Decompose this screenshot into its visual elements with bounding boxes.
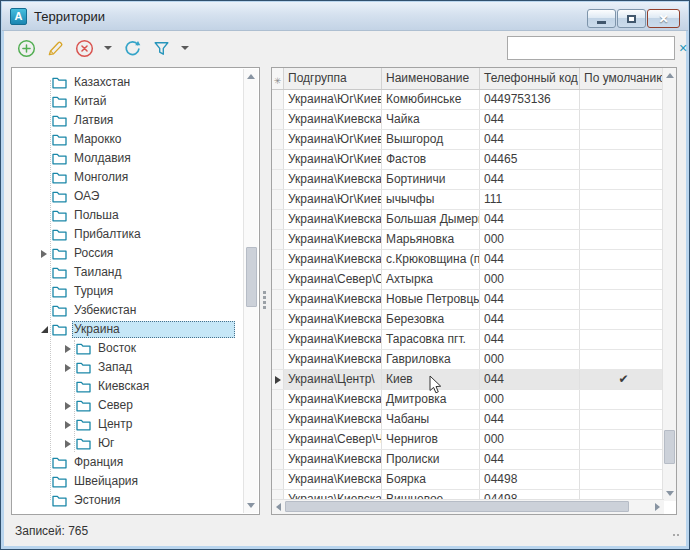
cell-subgroup[interactable]: Украина\Юг\Киев xyxy=(284,130,382,149)
scroll-up-icon[interactable] xyxy=(247,74,255,79)
tree-item-Марокко[interactable]: Марокко xyxy=(12,130,242,149)
cell-default[interactable] xyxy=(580,130,664,149)
cell-subgroup[interactable]: Украина\Киевская xyxy=(284,170,382,189)
cell-phone-code[interactable]: 04465 xyxy=(480,150,580,169)
cell-default[interactable] xyxy=(580,250,664,269)
cell-subgroup[interactable]: Украина\Киевская xyxy=(284,450,382,469)
cell-phone-code[interactable]: 000 xyxy=(480,430,580,449)
tree-scrollbar-thumb[interactable] xyxy=(246,247,257,307)
table-row[interactable]: Украина\КиевскаяЧайка044 xyxy=(272,110,664,130)
cell-subgroup[interactable]: Украина\Юг\Киев xyxy=(284,90,382,109)
cell-default[interactable] xyxy=(580,170,664,189)
cell-phone-code[interactable]: 044 xyxy=(480,210,580,229)
cell-default[interactable]: ✔ xyxy=(580,370,664,389)
tree-item-Прибалтика[interactable]: Прибалтика xyxy=(12,225,242,244)
tree-item-Монголия[interactable]: Монголия xyxy=(12,168,242,187)
cell-phone-code[interactable]: 044 xyxy=(480,290,580,309)
table-row[interactable]: Украина\КиевскаяДмитровка000 xyxy=(272,390,664,410)
cell-phone-code[interactable]: 111 xyxy=(480,190,580,209)
cell-default[interactable] xyxy=(580,210,664,229)
cell-default[interactable] xyxy=(580,330,664,349)
add-button[interactable] xyxy=(15,37,37,59)
scroll-left-icon[interactable] xyxy=(276,503,281,511)
cell-phone-code[interactable]: 044 xyxy=(480,310,580,329)
cell-name[interactable]: Боярка xyxy=(382,470,480,489)
cell-subgroup[interactable]: Украина\Киевская xyxy=(284,330,382,349)
cell-subgroup[interactable]: Украина\Киевская xyxy=(284,290,382,309)
cell-phone-code[interactable]: 044 xyxy=(480,450,580,469)
cell-name[interactable]: ычычфы xyxy=(382,190,480,209)
column-header-2[interactable]: Наименование xyxy=(382,68,480,89)
cell-name[interactable]: Большая Дымерка xyxy=(382,210,480,229)
cell-name[interactable]: Бортиничи xyxy=(382,170,480,189)
tree-item-Узбекистан[interactable]: Узбекистан xyxy=(12,301,242,320)
column-header-4[interactable]: По умолчанию xyxy=(580,68,664,89)
tree-arrow-icon[interactable] xyxy=(62,344,74,354)
refresh-button[interactable] xyxy=(121,37,143,59)
cell-subgroup[interactable]: Украина\Киевская xyxy=(284,310,382,329)
cell-subgroup[interactable]: Украина\Киевская xyxy=(284,410,382,429)
cell-name[interactable]: Чернигов xyxy=(382,430,480,449)
cell-name[interactable]: Пролиски xyxy=(382,450,480,469)
tree-scrollbar[interactable] xyxy=(243,69,258,513)
tree-item-Франция[interactable]: Франция xyxy=(12,453,242,472)
tree-item-Турция[interactable]: Турция xyxy=(12,282,242,301)
cell-phone-code[interactable]: 044 xyxy=(480,110,580,129)
resize-grip-icon[interactable] xyxy=(671,522,679,540)
table-row[interactable]: Украина\Юг\Киевычычфы111 xyxy=(272,190,664,210)
cell-name[interactable]: Вышгород xyxy=(382,130,480,149)
cell-subgroup[interactable]: Украина\Киевская xyxy=(284,210,382,229)
tree-item-Россия[interactable]: Россия xyxy=(12,244,242,263)
tree-arrow-icon[interactable] xyxy=(62,439,74,449)
cell-name[interactable]: Тарасовка пгт. xyxy=(382,330,480,349)
cell-name[interactable]: Ахтырка xyxy=(382,270,480,289)
table-row[interactable]: Украина\Юг\КиевФастов04465 xyxy=(272,150,664,170)
cell-default[interactable] xyxy=(580,410,664,429)
scroll-down-icon[interactable] xyxy=(247,503,255,508)
cell-default[interactable] xyxy=(580,230,664,249)
cell-subgroup[interactable]: Украина\Киевская xyxy=(284,230,382,249)
table-row[interactable]: Украина\Киевскаяс.Крюковщина (по044 xyxy=(272,250,664,270)
table-row[interactable]: Украина\КиевскаяПролиски044 xyxy=(272,450,664,470)
cell-default[interactable] xyxy=(580,310,664,329)
cell-phone-code[interactable]: 000 xyxy=(480,230,580,249)
cell-phone-code[interactable]: 044 xyxy=(480,330,580,349)
scroll-up-icon[interactable] xyxy=(666,73,674,78)
grid-vertical-scrollbar[interactable] xyxy=(662,68,676,501)
delete-dropdown-caret[interactable] xyxy=(104,46,112,50)
filter-button[interactable] xyxy=(150,37,172,59)
scroll-down-icon[interactable] xyxy=(666,491,674,496)
cell-name[interactable]: Комюбинське xyxy=(382,90,480,109)
cell-name[interactable]: Чабаны xyxy=(382,410,480,429)
cell-name[interactable]: Чайка xyxy=(382,110,480,129)
tree-item-Казахстан[interactable]: Казахстан xyxy=(12,73,242,92)
table-row[interactable]: Украина\Север\СуАхтырка000 xyxy=(272,270,664,290)
cell-phone-code[interactable]: 000 xyxy=(480,270,580,289)
tree-arrow-icon[interactable] xyxy=(62,420,74,430)
cell-default[interactable] xyxy=(580,390,664,409)
table-row[interactable]: Украина\КиевскаяТарасовка пгт.044 xyxy=(272,330,664,350)
cell-default[interactable] xyxy=(580,350,664,369)
tree-item-Восток[interactable]: Восток xyxy=(12,339,242,358)
scroll-right-icon[interactable] xyxy=(655,503,660,511)
cell-subgroup[interactable]: Украина\Север\Че xyxy=(284,430,382,449)
cell-default[interactable] xyxy=(580,190,664,209)
table-row[interactable]: Украина\Центр\Киев044✔ xyxy=(272,370,664,390)
tree-item-Центр[interactable]: Центр xyxy=(12,415,242,434)
cell-subgroup[interactable]: Украина\Киевская xyxy=(284,470,382,489)
tree-item-Молдавия[interactable]: Молдавия xyxy=(12,149,242,168)
cell-subgroup[interactable]: Украина\Юг\Киев xyxy=(284,190,382,209)
cell-default[interactable] xyxy=(580,430,664,449)
cell-default[interactable] xyxy=(580,470,664,489)
tree-item-Эстония[interactable]: Эстония xyxy=(12,491,242,510)
table-row[interactable]: Украина\Север\ЧеЧернигов000 xyxy=(272,430,664,450)
cell-subgroup[interactable]: Украина\Киевская xyxy=(284,350,382,369)
tree-item-Таиланд[interactable]: Таиланд xyxy=(12,263,242,282)
tree-item-Китай[interactable]: Китай xyxy=(12,92,242,111)
cell-name[interactable]: Марьяновка xyxy=(382,230,480,249)
cell-default[interactable] xyxy=(580,290,664,309)
cell-phone-code[interactable]: 044 xyxy=(480,170,580,189)
table-row[interactable]: Украина\КиевскаяБольшая Дымерка044 xyxy=(272,210,664,230)
tree-item-ОАЭ[interactable]: ОАЭ xyxy=(12,187,242,206)
minimize-button[interactable] xyxy=(587,9,616,28)
